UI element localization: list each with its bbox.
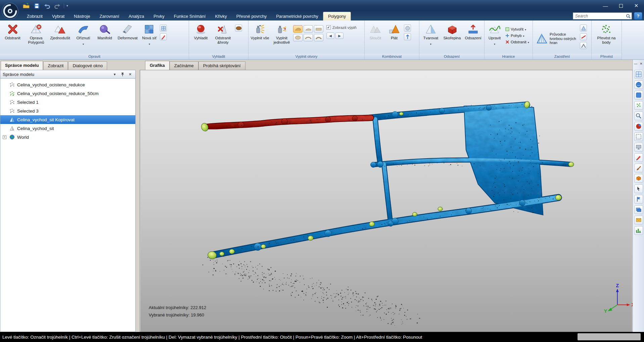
zoom-button[interactable] [634,112,643,120]
oriznuti-button[interactable]: Oříznutí [73,22,94,54]
paint-brush-button[interactable] [634,164,643,172]
chart-tool-button[interactable] [634,226,643,235]
panel-tab-zobrazit[interactable]: Zobrazit [43,61,68,70]
tab-zobrazit[interactable]: Zobrazit [22,12,47,20]
odsazeni-button[interactable]: Odsazení [463,22,483,54]
tree-item[interactable]: Celina_vychod_ocisteno_redukce_50cm [0,89,135,98]
prevest-na-body-button[interactable]: Převést na body [593,22,620,54]
odstranit-hranice-button[interactable]: Odstranit [505,40,529,44]
qat-customize-caret-icon[interactable]: ▾ [66,4,68,7]
sphere-view-button[interactable] [634,80,643,89]
search-input[interactable] [573,14,625,18]
tab-zarovnani[interactable]: Zarovnaní [95,12,124,20]
flag-tool-button[interactable] [634,195,643,204]
selection-frame-button[interactable] [634,132,643,141]
zobrazit-vypln-checkbox[interactable]: ✓ Zobrazit výplň [326,25,357,30]
search-icon[interactable] [625,14,632,18]
points-view-button[interactable] [634,101,643,110]
tab-funkce-snimani[interactable]: Funkce Snímání [169,12,211,20]
mail-tool-button[interactable] [634,216,643,224]
tab-presne-povrchy[interactable]: Přesné povrchy [232,12,271,20]
close-button[interactable]: ✕ [629,0,644,11]
viewport-tab-zaciname[interactable]: Začínáme [170,61,198,70]
minimize-button[interactable]: — [598,0,613,11]
layers-tool-button[interactable] [634,205,643,214]
3d-scene[interactable]: Z X Y [140,70,633,332]
fill-mode-partial-button[interactable] [304,34,313,41]
tree-item[interactable]: Celina_vychod_ocisteno_redukce [0,80,135,89]
tree-item[interactable]: Selected 1 [0,98,135,106]
maximize-button[interactable] [613,0,629,11]
odstranit-button[interactable]: Odstranit [1,22,24,54]
panel-close-button[interactable]: ✕ [127,72,133,77]
pie-view-button[interactable] [634,122,643,131]
fill-mode-bridge-button[interactable] [314,34,323,41]
panel-tab-dialogove-okno[interactable]: Dialogové okno [68,61,107,70]
pruvodce-ostrych-hran-button[interactable]: Průvodce tvorbou ostrých hran [534,22,579,54]
fill-mode-full-button[interactable] [293,34,303,41]
tab-analyza[interactable]: Analýza [124,12,149,20]
previous-hole-button[interactable]: ◀ [326,33,334,39]
help-button[interactable]: ? [634,12,642,20]
panel-tab-spravce-modelu[interactable]: Správce modelu [1,61,43,70]
viewport-canvas[interactable]: Z X Y Aktuální trojúhelníky: 222.912 Vyb… [140,70,633,332]
mini-grid-tool[interactable] [160,25,167,32]
import-button[interactable] [22,2,30,9]
oprava-polygonu-button[interactable]: Oprava Polygonů [25,22,48,54]
mini-sharpen-tool-3[interactable] [580,42,587,49]
tab-polygony[interactable]: Polygony [323,12,351,20]
panel-pin-button[interactable] [120,72,125,77]
viewport-minimize-button[interactable]: — [634,62,637,66]
layout-grid-button[interactable] [634,70,643,79]
fill-type-flat-button[interactable] [314,25,323,33]
tree-item[interactable]: Celina_vychod_sit [0,124,135,133]
fill-type-curvature-button[interactable] [293,25,303,33]
shaded-view-button[interactable] [634,91,643,99]
tab-prvky[interactable]: Prvky [149,12,169,20]
tree-expander-icon[interactable]: + [3,135,6,139]
tree-item[interactable]: Selected 3 [0,106,135,115]
tree-item-world[interactable]: + World [0,133,135,141]
zjednodusit-button[interactable]: Zjednodušit [48,22,72,54]
box-tool-button[interactable] [634,174,643,183]
next-hole-button[interactable]: ▶ [335,33,343,39]
pohyb-button[interactable]: Pohyb [505,34,529,38]
viewport-tab-skriptovani[interactable]: Probíhá skriptování [198,61,245,70]
viewport-close-button[interactable]: ✕ [640,62,642,66]
undo-button[interactable] [43,2,51,9]
mini-blob-tool[interactable] [235,25,242,32]
upravit-hranice-button[interactable]: Upravit [486,22,504,54]
skorepina-button[interactable]: Skořepina [442,22,463,54]
vyplnit-vse-button[interactable]: Vyplnit vše [249,22,270,54]
mini-sharpen-tool-2[interactable] [580,33,587,40]
panel-dropdown-button[interactable]: ▾ [112,72,118,77]
tvarovat-button[interactable]: Tvarovat [420,22,441,54]
app-logo[interactable] [1,2,19,20]
vyhladit-button[interactable]: Vyhladit [190,22,212,54]
mini-sphere-tool[interactable] [404,25,411,32]
tab-parametricke-povrchy[interactable]: Parametrické povrchy [271,12,323,20]
vytvorit-button[interactable]: Vytvořit [505,27,529,31]
screen-capture-button[interactable] [634,143,643,152]
odstranit-hroty-button[interactable]: Odstranit &hroty [212,22,234,54]
plat-button[interactable]: Plát [385,22,403,54]
sloucit-button[interactable]: Sloučit [366,22,385,54]
manifold-button[interactable]: Manifold [94,22,115,54]
nova-sit-button[interactable]: Nová síť [140,22,159,54]
mini-arrows-tool[interactable] [404,33,411,40]
mini-pencil-tool[interactable] [160,33,167,40]
deformovat-button[interactable]: Deformovat [116,22,140,54]
viewport-tab-grafika[interactable]: Grafika [145,61,170,70]
redo-button[interactable] [53,2,61,9]
tree-item-selected[interactable]: Celina_vychod_sit Kopírovat [0,115,135,124]
cursor-tool-button[interactable] [634,184,643,193]
tab-krivky[interactable]: Křivky [210,12,231,20]
mini-sharpen-tool-1[interactable] [580,25,587,32]
tab-nastroje[interactable]: Nástroje [69,12,95,20]
tab-vybrat[interactable]: Vybrat [47,12,69,20]
fill-type-tangent-button[interactable] [304,25,313,33]
edit-pencil-button[interactable] [634,153,643,162]
save-button[interactable] [33,2,41,9]
vyplnit-jednotlive-button[interactable]: Vyplnit jednotlivě [271,22,293,54]
search-box[interactable] [573,12,632,19]
